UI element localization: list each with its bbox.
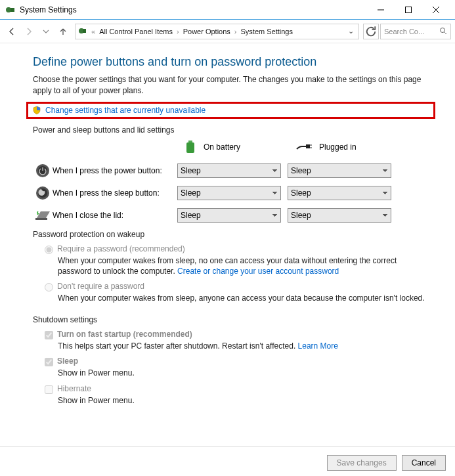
require-password-radio: Require a password (recommended)	[45, 244, 429, 254]
control-panel-icon	[78, 26, 87, 37]
page-description: Choose the power settings that you want …	[33, 74, 429, 97]
svg-point-8	[441, 28, 445, 32]
sleep-icon	[33, 185, 53, 201]
address-dropdown[interactable]: ⌄	[345, 27, 356, 35]
svg-rect-3	[406, 7, 412, 12]
power-plugged-select[interactable]: Sleep	[288, 163, 391, 178]
lid-row: When I close the lid: Sleep Sleep	[33, 207, 429, 223]
battery-icon	[184, 139, 197, 156]
column-headers: On battery Plugged in	[33, 139, 429, 156]
shield-icon	[32, 106, 41, 115]
up-button[interactable]	[55, 24, 71, 39]
learn-more-link[interactable]: Learn More	[298, 341, 338, 351]
breadcrumb-item-3[interactable]: System Settings	[241, 28, 293, 35]
buttons-section-head: Power and sleep buttons and lid settings	[33, 125, 429, 135]
require-password-input	[45, 246, 53, 254]
refresh-button[interactable]	[363, 24, 379, 39]
breadcrumb-sep: «	[91, 28, 95, 35]
fast-startup-check: Turn on fast startup (recommended)	[45, 330, 429, 339]
app-icon	[5, 5, 16, 15]
create-password-link[interactable]: Create or change your user account passw…	[177, 267, 339, 276]
content-area: Define power buttons and turn on passwor…	[0, 43, 455, 406]
hibernate-desc: Show in Power menu.	[58, 395, 429, 406]
footer-buttons: Save changes Cancel	[327, 455, 446, 471]
save-button: Save changes	[327, 455, 397, 471]
sleep-button-row: When I press the sleep button: Sleep Sle…	[33, 185, 429, 201]
laptop-lid-icon	[33, 207, 53, 223]
fast-startup-desc: This helps start your PC faster after sh…	[58, 341, 429, 351]
minimize-button[interactable]	[367, 1, 395, 19]
back-button[interactable]	[4, 24, 20, 39]
recent-dropdown[interactable]	[38, 24, 54, 39]
svg-line-9	[444, 32, 446, 34]
svg-rect-7	[83, 29, 86, 33]
no-password-desc: When your computer wakes from sleep, any…	[58, 293, 429, 303]
hibernate-label: Hibernate	[57, 384, 91, 393]
lid-plugged-select[interactable]: Sleep	[288, 208, 391, 223]
search-input[interactable]: Search Co...	[380, 24, 451, 39]
sleep-check-input	[45, 358, 53, 366]
sleep-plugged-select[interactable]: Sleep	[288, 186, 391, 200]
on-battery-label: On battery	[204, 142, 240, 152]
close-button[interactable]	[422, 1, 450, 19]
password-section-head: Password protection on wakeup	[33, 230, 429, 239]
svg-rect-10	[188, 141, 192, 142]
svg-rect-19	[35, 218, 47, 220]
power-icon	[33, 163, 53, 179]
titlebar: System Settings	[0, 0, 455, 20]
hibernate-check: Hibernate	[45, 384, 429, 394]
fast-startup-input	[45, 331, 53, 339]
lid-battery-select[interactable]: Sleep	[177, 208, 281, 223]
admin-link-highlight: Change settings that are currently unava…	[26, 102, 435, 119]
nav-toolbar: « All Control Panel Items › Power Option…	[0, 20, 455, 43]
lid-label: When I close the lid:	[53, 211, 177, 220]
search-icon	[439, 27, 447, 36]
plugged-in-label: Plugged in	[319, 142, 357, 152]
breadcrumb-item-1[interactable]: All Control Panel Items	[99, 28, 173, 35]
breadcrumb-item-2[interactable]: Power Options	[183, 28, 230, 35]
power-battery-select[interactable]: Sleep	[177, 163, 281, 178]
address-bar[interactable]: « All Control Panel Items › Power Option…	[75, 24, 359, 39]
svg-rect-12	[306, 144, 310, 148]
svg-rect-11	[186, 142, 194, 153]
chevron-right-icon: ›	[177, 28, 179, 35]
plug-icon	[295, 141, 313, 154]
no-password-radio: Don't require a password	[45, 282, 429, 292]
fast-startup-label: Turn on fast startup (recommended)	[57, 330, 192, 339]
window-title: System Settings	[20, 5, 367, 14]
sleep-check-desc: Show in Power menu.	[58, 368, 429, 378]
chevron-right-icon: ›	[234, 28, 237, 35]
power-button-label: When I press the power button:	[53, 166, 177, 175]
sleep-check: Sleep	[45, 357, 429, 366]
maximize-button[interactable]	[395, 1, 422, 19]
no-password-label: Don't require a password	[57, 282, 144, 291]
require-password-desc: When your computer wakes from sleep, no …	[58, 255, 429, 276]
search-placeholder: Search Co...	[384, 28, 424, 35]
forward-button[interactable]	[21, 24, 37, 39]
svg-rect-1	[11, 8, 14, 12]
sleep-battery-select[interactable]: Sleep	[177, 186, 281, 200]
power-button-row: When I press the power button: Sleep Sle…	[33, 163, 429, 179]
svg-point-0	[6, 7, 11, 12]
require-password-label: Require a password (recommended)	[57, 244, 185, 253]
change-settings-link[interactable]: Change settings that are currently unava…	[45, 106, 206, 115]
no-password-input	[45, 283, 53, 292]
shutdown-section-head: Shutdown settings	[33, 315, 429, 324]
footer-divider	[0, 446, 455, 447]
hibernate-check-input	[45, 385, 53, 394]
sleep-check-label: Sleep	[57, 357, 78, 366]
sleep-button-label: When I press the sleep button:	[53, 188, 177, 198]
page-title: Define power buttons and turn on passwor…	[33, 55, 429, 69]
cancel-button[interactable]: Cancel	[402, 455, 446, 471]
